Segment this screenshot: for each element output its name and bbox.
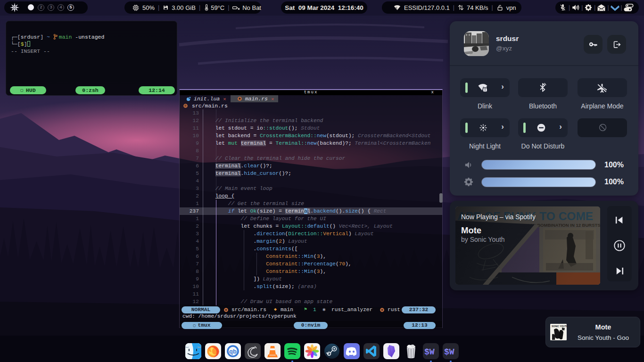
svg-text:$W: $W	[444, 347, 454, 357]
svg-text:SONIC YOUTH: SONIC YOUTH	[552, 325, 567, 328]
svg-text:qb: qb	[229, 348, 237, 355]
svg-text:$W: $W	[424, 347, 435, 357]
